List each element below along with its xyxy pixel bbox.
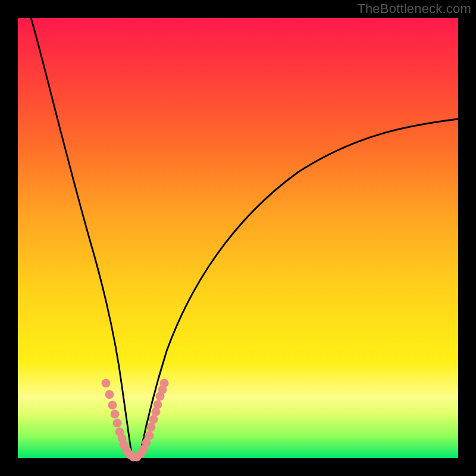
watermark-text: TheBottleneck.com [357, 1, 471, 17]
chart-svg [18, 18, 458, 458]
marker [105, 390, 114, 399]
right-branch-line [139, 119, 458, 458]
marker [145, 431, 154, 440]
marker [113, 419, 121, 427]
marker [111, 410, 119, 418]
marker [108, 401, 117, 409]
marker [149, 415, 158, 424]
marker [102, 379, 110, 387]
marker [160, 379, 168, 387]
scatter-markers-group [102, 379, 168, 461]
chart-frame: TheBottleneck.com [0, 0, 476, 476]
marker [147, 423, 155, 431]
marker [154, 400, 162, 409]
left-branch-line [31, 18, 132, 458]
